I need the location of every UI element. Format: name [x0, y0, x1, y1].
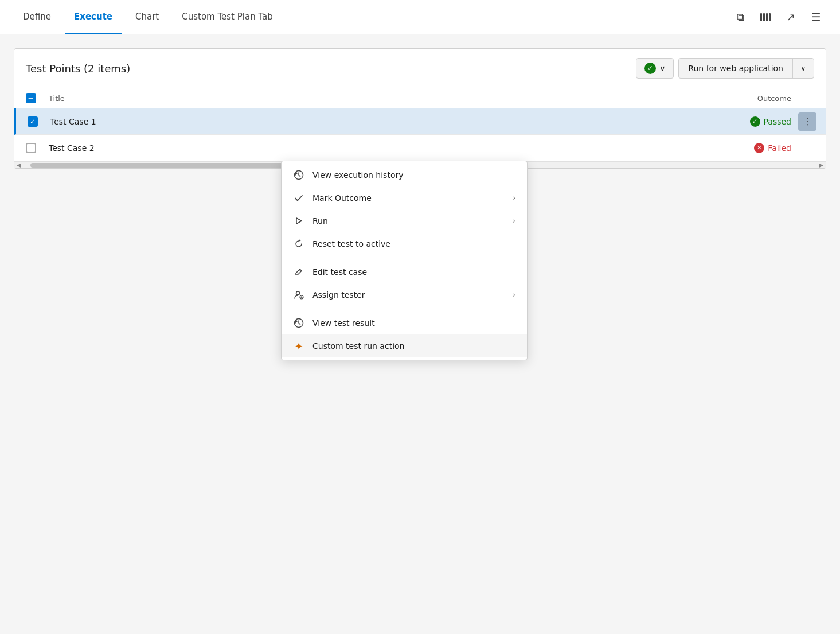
- menu-item-view-history[interactable]: View execution history: [282, 164, 527, 186]
- table-row[interactable]: ✓ Test Case 1 ✓ Passed ⋮: [14, 108, 826, 135]
- menu-item-edit[interactable]: Edit test case: [282, 260, 527, 283]
- nav-icon-group: ⧉ ↗ ☰: [730, 7, 826, 28]
- menu-run-arrow: ›: [513, 217, 515, 225]
- checkbox-unchecked-icon[interactable]: [26, 143, 36, 153]
- menu-view-history-label: View execution history: [312, 170, 515, 180]
- menu-custom-action-label: Custom test run action: [312, 341, 515, 351]
- svg-point-5: [296, 291, 300, 295]
- failed-icon: ✕: [754, 143, 764, 153]
- row2-outcome: ✕ Failed: [754, 143, 791, 153]
- view-result-icon: [293, 317, 304, 329]
- menu-mark-outcome-arrow: ›: [513, 194, 515, 202]
- scroll-left-arrow[interactable]: ◀: [17, 162, 21, 168]
- scroll-right-arrow[interactable]: ▶: [819, 162, 823, 168]
- menu-item-view-result[interactable]: View test result: [282, 312, 527, 334]
- svg-rect-2: [766, 13, 768, 21]
- column-title-header: Title: [49, 94, 757, 103]
- menu-item-assign[interactable]: Assign tester ›: [282, 283, 527, 306]
- reset-icon: [293, 238, 304, 250]
- menu-item-mark-outcome[interactable]: Mark Outcome ›: [282, 186, 527, 209]
- dropdown-arrow-small: ∨: [659, 64, 665, 73]
- panel-header: Test Points (2 items) ✓ ∨ Run for web ap…: [14, 49, 826, 88]
- run-web-dropdown-arrow[interactable]: ∨: [793, 59, 814, 78]
- header-checkbox[interactable]: −: [26, 93, 44, 103]
- assign-tester-icon: [293, 289, 304, 301]
- run-web-label[interactable]: Run for web application: [679, 59, 793, 78]
- columns-icon[interactable]: [755, 7, 776, 28]
- top-navigation: Define Execute Chart Custom Test Plan Ta…: [0, 0, 840, 34]
- panel-title: Test Points (2 items): [26, 63, 629, 75]
- check-icon: [293, 192, 304, 204]
- menu-reset-label: Reset test to active: [312, 239, 515, 248]
- row1-checkbox[interactable]: ✓: [28, 116, 46, 127]
- menu-run-label: Run: [312, 216, 505, 225]
- tab-custom[interactable]: Custom Test Plan Tab: [173, 0, 282, 34]
- history-icon: [293, 169, 304, 181]
- star-icon: ✦: [293, 340, 304, 352]
- context-menu: View execution history Mark Outcome › Ru…: [281, 161, 528, 360]
- menu-mark-outcome-label: Mark Outcome: [312, 193, 505, 203]
- tab-execute[interactable]: Execute: [65, 0, 122, 34]
- svg-rect-1: [763, 13, 765, 21]
- menu-assign-arrow: ›: [513, 291, 515, 299]
- menu-view-result-label: View test result: [312, 318, 515, 328]
- tab-chart[interactable]: Chart: [126, 0, 168, 34]
- run-web-button: Run for web application ∨: [678, 58, 814, 79]
- menu-item-custom-action[interactable]: ✦ Custom test run action: [282, 334, 527, 357]
- main-content: Test Points (2 items) ✓ ∨ Run for web ap…: [0, 34, 840, 182]
- menu-item-run[interactable]: Run ›: [282, 209, 527, 232]
- row1-outcome-label: Passed: [764, 117, 791, 126]
- tab-define[interactable]: Define: [14, 0, 60, 34]
- table-header: − Title Outcome: [14, 88, 826, 108]
- green-check-icon: ✓: [644, 63, 656, 74]
- passed-icon: ✓: [750, 116, 760, 127]
- run-button-group: ✓ ∨ Run for web application ∨: [636, 58, 814, 79]
- svg-rect-3: [769, 13, 771, 21]
- menu-divider-1: [282, 258, 527, 258]
- menu-item-reset[interactable]: Reset test to active: [282, 232, 527, 255]
- row2-outcome-label: Failed: [768, 143, 791, 153]
- checkbox-checked-icon[interactable]: ✓: [28, 116, 38, 127]
- row1-more-button[interactable]: ⋮: [798, 112, 816, 131]
- table-row[interactable]: Test Case 2 ✕ Failed: [14, 135, 826, 161]
- row1-title: Test Case 1: [50, 117, 750, 126]
- column-outcome-header: Outcome: [757, 94, 791, 103]
- split-view-icon[interactable]: ⧉: [730, 7, 751, 28]
- menu-edit-label: Edit test case: [312, 267, 515, 277]
- expand-icon[interactable]: ↗: [780, 7, 801, 28]
- edit-icon: [293, 266, 304, 278]
- menu-assign-label: Assign tester: [312, 290, 505, 300]
- play-icon: [293, 215, 304, 227]
- row2-checkbox[interactable]: [26, 143, 44, 153]
- test-points-panel: Test Points (2 items) ✓ ∨ Run for web ap…: [14, 48, 826, 169]
- menu-divider-2: [282, 309, 527, 309]
- svg-rect-0: [760, 13, 762, 21]
- row1-outcome: ✓ Passed: [750, 116, 791, 127]
- row2-title: Test Case 2: [49, 143, 754, 153]
- run-check-button[interactable]: ✓ ∨: [636, 58, 674, 79]
- filter-icon[interactable]: ☰: [806, 7, 826, 28]
